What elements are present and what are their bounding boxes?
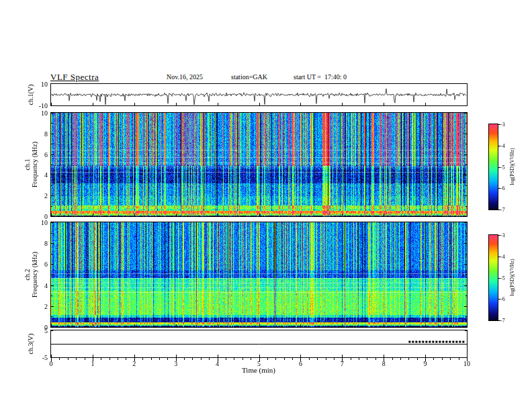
tick-label: 5 xyxy=(44,327,48,334)
tick-label: -7 xyxy=(500,207,505,213)
ch1-frequency-axis-label: ch.1 Frequency (kHz) xyxy=(24,142,38,187)
tick-label: 10 xyxy=(463,360,470,367)
tick-label: -4 xyxy=(500,253,505,259)
tick-label: 10 xyxy=(41,219,48,226)
tick-label: 5 xyxy=(257,360,261,367)
tick-label: 6 xyxy=(44,261,48,268)
ch1-spectrogram-canvas xyxy=(51,113,467,216)
tick-label: 6 xyxy=(299,360,302,367)
tick-label: 8 xyxy=(44,130,48,137)
station-label: station=GAK xyxy=(231,73,267,81)
ch1-label-line1: ch.1 xyxy=(24,142,31,187)
ch1-voltage-axis-label: ch.1(V) xyxy=(27,85,34,105)
tick-label: -7 xyxy=(500,318,505,324)
tick-label: -6 xyxy=(500,296,505,302)
tick-label: -5 xyxy=(42,354,48,361)
start-ut-label: start UT = 17:40: 0 xyxy=(294,73,347,81)
ch3-voltage-axis-text: ch.3(V) xyxy=(27,334,34,355)
tick-label: 2 xyxy=(44,302,48,310)
tick-label: 7 xyxy=(341,360,344,367)
ch2-label-line1: ch.2 xyxy=(24,252,31,298)
tick-label: 4 xyxy=(44,281,48,289)
tick-label: 6 xyxy=(44,150,48,158)
tick-label: 1 xyxy=(91,360,94,367)
tick-label: 10 xyxy=(41,81,48,88)
ch2-colorbar-canvas xyxy=(489,235,498,320)
ch1-waveform-canvas xyxy=(51,84,467,105)
tick-label: 8 xyxy=(44,240,48,247)
tick-label: 4 xyxy=(44,171,48,179)
tick-label: 2 xyxy=(132,360,136,367)
tick-label: 2 xyxy=(44,192,48,199)
tick-label: 8 xyxy=(382,360,386,367)
vlf-spectra-figure: VLF Spectra Nov.16, 2025 station=GAK sta… xyxy=(0,0,532,411)
date-label: Nov.16, 2025 xyxy=(167,73,203,81)
ch3-voltage-axis-label: ch.3(V) xyxy=(27,334,34,355)
ch2-colorbar-label: log(PSD)(V²/Hz) xyxy=(509,259,515,295)
tick-label: -3 xyxy=(500,232,505,238)
ch1-colorbar-label: log(PSD)(V²/Hz) xyxy=(509,148,515,185)
tick-label: 4 xyxy=(216,360,219,367)
ch2-spectrogram-canvas xyxy=(51,222,467,327)
tick-label: 9 xyxy=(424,360,427,367)
tick-label: -10 xyxy=(39,102,48,109)
ch1-colorbar-canvas xyxy=(489,124,498,210)
ch1-label-line2: Frequency (kHz) xyxy=(31,142,38,187)
ch1-voltage-axis-text: ch.1(V) xyxy=(27,85,34,105)
ch1-colorbar-text: log(PSD)(V²/Hz) xyxy=(509,148,515,185)
ch3-trace-canvas xyxy=(51,330,467,357)
tick-label: -3 xyxy=(500,122,505,128)
tick-label: -5 xyxy=(500,164,505,170)
tick-label: -4 xyxy=(500,142,505,148)
ch2-colorbar-text: log(PSD)(V²/Hz) xyxy=(509,259,515,295)
tick-label: -6 xyxy=(500,185,505,191)
tick-label: 10 xyxy=(41,109,48,117)
ch2-label-line2: Frequency (kHz) xyxy=(31,252,38,298)
tick-label: 0 xyxy=(50,360,53,367)
figure-title: VLF Spectra xyxy=(50,72,99,83)
tick-label: -5 xyxy=(500,275,505,281)
tick-label: 3 xyxy=(174,360,177,367)
ch2-frequency-axis-label: ch.2 Frequency (kHz) xyxy=(24,252,38,298)
x-axis-label: Time (min) xyxy=(242,366,275,374)
